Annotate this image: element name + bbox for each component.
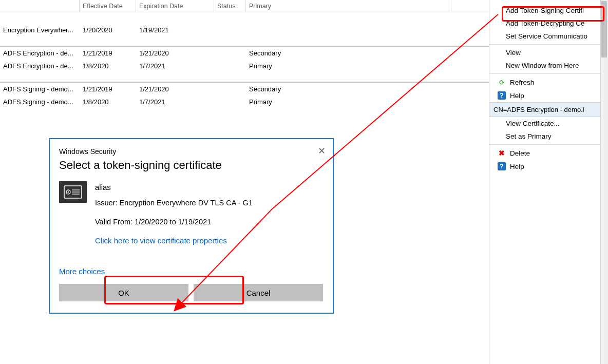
refresh-icon: ⟳ bbox=[498, 78, 506, 86]
cell-effective: 1/8/2020 bbox=[80, 62, 136, 70]
dialog-title: Select a token-signing certificate bbox=[59, 159, 324, 172]
dialog-title-small: Windows Security bbox=[59, 147, 324, 156]
cell-expiration: 1/7/2021 bbox=[136, 62, 214, 70]
table-header: Effective Date Expiration Date Status Pr… bbox=[0, 0, 489, 12]
certificate-validity: Valid From: 1/20/2020 to 1/19/2021 bbox=[95, 216, 253, 227]
cell-subject: Encryption Everywher... bbox=[0, 26, 80, 34]
cell-subject: ADFS Signing - demo... bbox=[0, 98, 80, 106]
action-refresh[interactable]: ⟳ Refresh bbox=[489, 75, 608, 89]
action-view[interactable]: View bbox=[489, 46, 608, 59]
action-label: Delete bbox=[510, 149, 530, 157]
action-label: Help bbox=[510, 92, 524, 100]
table-row[interactable]: Encryption Everywher... 1/20/2020 1/19/2… bbox=[0, 24, 489, 36]
table-row[interactable]: ADFS Signing - demo... 1/21/2019 1/21/20… bbox=[0, 83, 489, 95]
certificate-issuer: Issuer: Encryption Everywhere DV TLS CA … bbox=[95, 197, 253, 208]
header-effective-date[interactable]: Effective Date bbox=[80, 0, 136, 12]
certificate-list: Effective Date Expiration Date Status Pr… bbox=[0, 0, 489, 364]
cell-primary: Secondary bbox=[246, 49, 451, 57]
view-certificate-properties-link[interactable]: Click here to view certificate propertie… bbox=[95, 235, 253, 246]
certificate-alias: alias bbox=[95, 181, 253, 193]
action-view-certificate[interactable]: View Certificate... bbox=[489, 117, 608, 130]
table-row[interactable]: ADFS Encryption - de... 1/8/2020 1/7/202… bbox=[0, 60, 489, 72]
cell-primary: Secondary bbox=[246, 85, 451, 93]
pane-section-selected-cert: CN=ADFS Encryption - demo.l bbox=[489, 102, 608, 117]
scrollbar[interactable] bbox=[600, 0, 608, 364]
cell-effective: 1/8/2020 bbox=[80, 98, 136, 106]
action-add-token-decrypting[interactable]: Add Token-Decrypting Ce bbox=[489, 17, 608, 30]
cell-expiration: 1/21/2020 bbox=[136, 49, 214, 57]
action-help-2[interactable]: ? Help bbox=[489, 160, 608, 173]
cancel-button[interactable]: Cancel bbox=[194, 284, 323, 301]
header-subject[interactable] bbox=[0, 0, 80, 12]
cell-subject: ADFS Encryption - de... bbox=[0, 62, 80, 70]
certificate-item[interactable]: alias Issuer: Encryption Everywhere DV T… bbox=[59, 181, 324, 246]
cell-effective: 1/21/2019 bbox=[80, 85, 136, 93]
cell-subject: ADFS Signing - demo... bbox=[0, 85, 80, 93]
svg-point-2 bbox=[68, 191, 69, 193]
cell-primary: Primary bbox=[246, 98, 451, 106]
action-new-window[interactable]: New Window from Here bbox=[489, 59, 608, 72]
cell-primary: Primary bbox=[246, 62, 451, 70]
action-set-service-communication[interactable]: Set Service Communicatio bbox=[489, 30, 608, 43]
table-row[interactable]: ADFS Encryption - de... 1/21/2019 1/21/2… bbox=[0, 47, 489, 60]
action-set-primary[interactable]: Set as Primary bbox=[489, 130, 608, 143]
header-expiration-date[interactable]: Expiration Date bbox=[136, 0, 214, 12]
header-status[interactable]: Status bbox=[214, 0, 246, 12]
actions-pane: Certificates Add Token-Signing Certifi A… bbox=[489, 0, 608, 364]
ok-button[interactable]: OK bbox=[59, 284, 188, 301]
help-icon: ? bbox=[498, 91, 506, 100]
delete-icon: ✖ bbox=[498, 149, 506, 157]
table-row[interactable]: ADFS Signing - demo... 1/8/2020 1/7/2021… bbox=[0, 95, 489, 108]
scrollbar-thumb[interactable] bbox=[601, 1, 607, 58]
close-icon[interactable]: ✕ bbox=[318, 145, 326, 157]
cell-expiration: 1/7/2021 bbox=[136, 98, 214, 106]
windows-security-dialog: ✕ Windows Security Select a token-signin… bbox=[49, 138, 334, 314]
help-icon: ? bbox=[498, 162, 506, 170]
cell-expiration: 1/19/2021 bbox=[136, 26, 214, 34]
certificate-icon bbox=[59, 181, 87, 203]
cell-effective: 1/21/2019 bbox=[80, 49, 136, 57]
action-label: Help bbox=[510, 163, 524, 170]
action-help[interactable]: ? Help bbox=[489, 89, 608, 102]
action-label: Refresh bbox=[510, 79, 534, 86]
header-primary[interactable]: Primary bbox=[246, 0, 451, 12]
more-choices-link[interactable]: More choices bbox=[59, 267, 324, 276]
cell-subject: ADFS Encryption - de... bbox=[0, 49, 80, 57]
cell-effective: 1/20/2020 bbox=[80, 26, 136, 34]
action-delete[interactable]: ✖ Delete bbox=[489, 146, 608, 160]
action-add-token-signing[interactable]: Add Token-Signing Certifi bbox=[489, 4, 608, 17]
cell-expiration: 1/21/2020 bbox=[136, 85, 214, 93]
